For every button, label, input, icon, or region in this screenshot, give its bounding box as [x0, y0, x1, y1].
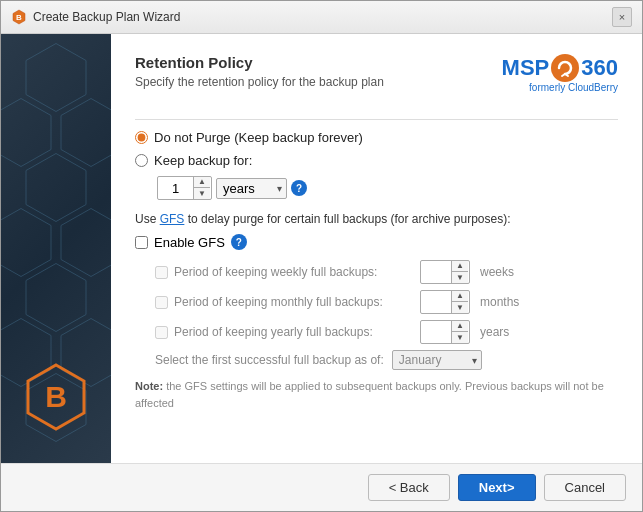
- weekly-value-input[interactable]: 2: [421, 263, 451, 281]
- title-bar: B Create Backup Plan Wizard ×: [1, 1, 642, 34]
- weekly-checkbox[interactable]: [155, 266, 168, 279]
- yearly-checkbox[interactable]: [155, 326, 168, 339]
- note-text: the GFS settings will be applied to subs…: [135, 380, 604, 409]
- svg-marker-6: [1, 209, 51, 277]
- spin-down-button[interactable]: ▼: [194, 188, 210, 199]
- yearly-label: Period of keeping yearly full backups:: [174, 325, 414, 339]
- note-area: Note: the GFS settings will be applied t…: [135, 378, 618, 411]
- option1-label[interactable]: Do not Purge (Keep backup forever): [154, 130, 363, 145]
- monthly-label: Period of keeping monthly full backups:: [174, 295, 414, 309]
- monthly-checkbox[interactable]: [155, 296, 168, 309]
- header-area: Retention Policy Specify the retention p…: [135, 54, 618, 105]
- enable-gfs-label[interactable]: Enable GFS: [154, 235, 225, 250]
- title-bar-left: B Create Backup Plan Wizard: [11, 9, 180, 25]
- keep-help-icon[interactable]: ?: [291, 180, 307, 196]
- note-bold: Note:: [135, 380, 163, 392]
- yearly-spinner: 2 ▲ ▼: [420, 320, 470, 344]
- svg-marker-7: [61, 209, 111, 277]
- keep-value-spinner: 1 ▲ ▼: [157, 176, 212, 200]
- monthly-value-input[interactable]: 4: [421, 293, 451, 311]
- first-backup-label: Select the first successful full backup …: [155, 353, 384, 367]
- month-select-wrapper: January February March April May June Ju…: [392, 350, 482, 370]
- section-title: Retention Policy: [135, 54, 384, 71]
- weekly-row: Period of keeping weekly full backups: 2…: [155, 260, 618, 284]
- option1-row: Do not Purge (Keep backup forever): [135, 130, 618, 145]
- monthly-spin-down[interactable]: ▼: [452, 302, 468, 313]
- back-button[interactable]: < Back: [368, 474, 450, 501]
- next-button[interactable]: Next>: [458, 474, 536, 501]
- svg-marker-3: [1, 99, 51, 167]
- weekly-unit: weeks: [480, 265, 514, 279]
- sidebar-logo-icon: B: [20, 361, 92, 433]
- spinner-buttons: ▲ ▼: [193, 177, 210, 199]
- monthly-row: Period of keeping monthly full backups: …: [155, 290, 618, 314]
- msp360-logo: MSP 360 formerly CloudBerry: [502, 54, 618, 93]
- yearly-value-input[interactable]: 2: [421, 323, 451, 341]
- window: B Create Backup Plan Wizard ×: [0, 0, 643, 512]
- app-icon: B: [11, 9, 27, 25]
- logo-msp-text: MSP: [502, 55, 550, 81]
- yearly-spin-down[interactable]: ▼: [452, 332, 468, 343]
- form-area: Do not Purge (Keep backup forever) Keep …: [135, 130, 618, 463]
- divider: [135, 119, 618, 120]
- option1-radio[interactable]: [135, 131, 148, 144]
- gfs-info-prefix: Use: [135, 212, 160, 226]
- close-button[interactable]: ×: [612, 7, 632, 27]
- sidebar: B: [1, 34, 111, 463]
- gfs-info-line: Use GFS to delay purge for certain full …: [135, 212, 618, 226]
- enable-gfs-checkbox[interactable]: [135, 236, 148, 249]
- logo-formerly: formerly CloudBerry: [529, 82, 618, 93]
- month-select[interactable]: January February March April May June Ju…: [392, 350, 482, 370]
- monthly-spin-up[interactable]: ▲: [452, 291, 468, 302]
- svg-text:B: B: [16, 13, 22, 22]
- keep-unit-select-wrapper: days weeks months years: [216, 178, 287, 199]
- keep-duration-row: 1 ▲ ▼ days weeks months years: [157, 176, 618, 200]
- section-header: Retention Policy Specify the retention p…: [135, 54, 384, 89]
- svg-text:B: B: [45, 380, 67, 413]
- window-title: Create Backup Plan Wizard: [33, 10, 180, 24]
- section-subtitle: Specify the retention policy for the bac…: [135, 75, 384, 89]
- gfs-help-icon[interactable]: ?: [231, 234, 247, 250]
- logo-360-circle: [551, 54, 579, 82]
- weekly-spin-down[interactable]: ▼: [452, 272, 468, 283]
- yearly-row: Period of keeping yearly full backups: 2…: [155, 320, 618, 344]
- gfs-info-suffix: to delay purge for certain full backups …: [184, 212, 510, 226]
- cancel-button[interactable]: Cancel: [544, 474, 626, 501]
- option2-radio[interactable]: [135, 154, 148, 167]
- monthly-unit: months: [480, 295, 519, 309]
- first-backup-row: Select the first successful full backup …: [155, 350, 618, 370]
- footer: < Back Next> Cancel: [1, 463, 642, 511]
- yearly-unit: years: [480, 325, 509, 339]
- svg-marker-2: [26, 44, 86, 112]
- yearly-spin-up[interactable]: ▲: [452, 321, 468, 332]
- logo-360-text: 360: [581, 55, 618, 81]
- svg-point-14: [552, 55, 578, 81]
- spin-up-button[interactable]: ▲: [194, 177, 210, 188]
- option2-label[interactable]: Keep backup for:: [154, 153, 252, 168]
- monthly-spinner: 4 ▲ ▼: [420, 290, 470, 314]
- keep-value-input[interactable]: 1: [158, 179, 193, 198]
- main-content: Retention Policy Specify the retention p…: [111, 34, 642, 463]
- weekly-spin-up[interactable]: ▲: [452, 261, 468, 272]
- svg-marker-8: [26, 264, 86, 332]
- enable-gfs-row: Enable GFS ?: [135, 234, 618, 250]
- content-area: B Retention Policy Specify the retention…: [1, 34, 642, 463]
- weekly-label: Period of keeping weekly full backups:: [174, 265, 414, 279]
- option2-row: Keep backup for:: [135, 153, 618, 168]
- svg-marker-5: [26, 154, 86, 222]
- keep-unit-select[interactable]: days weeks months years: [216, 178, 287, 199]
- gfs-options: Period of keeping weekly full backups: 2…: [155, 260, 618, 370]
- svg-marker-4: [61, 99, 111, 167]
- gfs-link[interactable]: GFS: [160, 212, 185, 226]
- weekly-spinner: 2 ▲ ▼: [420, 260, 470, 284]
